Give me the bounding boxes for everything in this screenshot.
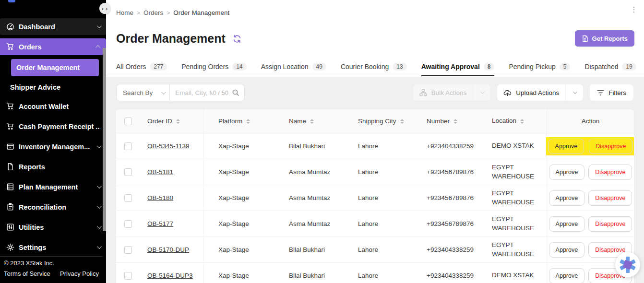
row-checkbox[interactable] [124,142,132,150]
sidebar-item-reports[interactable]: Reports [0,158,106,175]
approve-button[interactable]: Approve [549,242,585,258]
row-checkbox[interactable] [124,168,132,176]
number-cell: +923404338259 [414,263,483,283]
row-checkbox[interactable] [124,246,132,254]
row-checkbox[interactable] [124,272,132,280]
approve-button[interactable]: Approve [549,165,585,180]
bulk-actions-button[interactable]: Bulk Actions [413,84,491,101]
approve-button[interactable]: Approve [549,268,585,283]
extension-widget[interactable] [615,252,640,277]
page-title: Order Management [116,32,226,46]
sidebar-item-plan-management[interactable]: Plan Management [0,178,106,195]
order-id-link[interactable]: OB-5180 [147,194,173,201]
order-id-link[interactable]: OB-5345-1139 [147,142,190,150]
order-id-link[interactable]: OB-5177 [147,220,173,227]
name-cell: Asma Mumtaz [274,159,345,185]
location-cell: DEMO XSTAK [483,263,547,283]
search-control: Search By 0 / 50 [116,84,245,101]
upload-actions-label: Upload Actions [516,89,559,96]
sidebar-collapse-toggle[interactable]: ‹ › [99,3,110,14]
order-id-link[interactable]: OB-5170-DUP [147,246,189,253]
get-reports-button[interactable]: Get Reports [575,30,634,47]
order-id-link[interactable]: OB-5164-DUP3 [147,272,193,279]
sidebar-footer: © 2023 XStak Inc. Terms of Service Priva… [0,256,103,283]
sort-icon[interactable] [310,119,314,124]
sort-icon[interactable] [453,119,457,124]
sidebar-item-order-management[interactable]: Order Management [11,59,99,76]
tab-label: Assign Location [261,63,309,71]
report-icon [582,35,588,42]
terms-of-service-link[interactable]: Terms of Service [4,270,50,277]
chevron-down-icon [97,244,102,249]
disapprove-button[interactable]: Disapprove [588,216,632,232]
shipping-city-cell: Lahore [345,263,414,283]
sort-icon[interactable] [246,119,250,124]
approve-button[interactable]: Approve [549,139,584,154]
sidebar-item-label: Reconciliation [19,203,97,211]
column-header-name[interactable]: Name [274,109,345,133]
sidebar-item-orders[interactable]: Orders [0,38,106,55]
approve-button[interactable]: Approve [549,216,585,232]
tab-assign-location[interactable]: Assign Location49 [261,58,326,76]
sidebar-item-cash-payment-receipt[interactable]: Cash Payment Receipt ... [0,118,106,135]
column-label: Order ID [147,118,172,125]
tab-pending-pickup[interactable]: Pending Pickup5 [509,58,570,76]
privacy-policy-link[interactable]: Privacy Policy [60,270,99,277]
sidebar-item-inventory-managem[interactable]: Inventory Managem... [0,138,106,155]
order-id-link[interactable]: OB-5181 [147,168,173,176]
column-header-platform[interactable]: Platform [204,109,274,133]
tab-courier-booking[interactable]: Courier Booking13 [341,58,407,76]
select-all-checkbox[interactable] [124,118,132,125]
platform-cell: Xap-Stage [204,211,274,236]
sidebar-item-utilities[interactable]: Utilities [0,219,106,236]
upload-actions-button[interactable]: Upload Actions [497,84,584,101]
cart-icon [6,43,14,51]
tabs-overflow-icon[interactable]: ⋮ [630,4,638,15]
bulk-actions-dropdown[interactable] [473,84,490,101]
sidebar-item-reconciliation[interactable]: Reconciliation [0,199,106,215]
upload-actions-dropdown[interactable] [566,84,583,101]
action-cell: ApproveDisapprove [547,159,634,185]
number-cell: +923456789876 [414,185,483,211]
tab-dispatched[interactable]: Dispatched19 [584,58,636,76]
tab-count-badge: 14 [232,63,246,71]
row-checkbox[interactable] [124,220,132,228]
search-by-dropdown[interactable]: Search By [117,89,169,96]
number-cell: +923404338259 [414,133,483,159]
column-header-order-id[interactable]: Order ID [139,109,204,133]
column-header-location[interactable]: Location [483,109,547,133]
sidebar-item-dashboard[interactable]: Dashboard [0,18,106,35]
sort-icon[interactable] [400,119,404,124]
search-input[interactable] [170,89,213,96]
row-checkbox[interactable] [124,194,132,202]
tab-count-badge: 13 [393,63,406,71]
sidebar-item-label: Shipper Advice [10,83,60,91]
filters-button[interactable]: Filters [589,84,634,101]
refresh-icon[interactable] [232,34,242,44]
search-icon[interactable] [232,89,239,96]
disapprove-button[interactable]: Disapprove [588,165,632,180]
tab-all-orders[interactable]: All Orders277 [116,58,167,76]
location-cell: EGYPT WAREHOUSE [483,211,547,236]
sidebar-scrollbar[interactable] [103,48,106,231]
column-label: Platform [218,118,242,125]
name-cell: Asma Mumtaz [274,211,345,236]
sidebar-item-account-wallet[interactable]: Account Wallet [0,98,106,115]
tab-awaiting-approval[interactable]: Awaiting Approval8 [421,58,495,76]
approve-button[interactable]: Approve [549,190,585,206]
sort-icon[interactable] [520,119,524,124]
location-cell: EGYPT WAREHOUSE [483,185,547,211]
sidebar-item-settings[interactable]: Settings [0,239,106,256]
tab-bar: All Orders277Pending Orders14Assign Loca… [106,58,644,76]
column-header-number[interactable]: Number [414,109,483,133]
breadcrumb-orders[interactable]: Orders [143,9,163,16]
breadcrumb-home[interactable]: Home [116,9,133,16]
tab-pending-orders[interactable]: Pending Orders14 [181,58,246,76]
sidebar-item-shipper-advice[interactable]: Shipper Advice [5,80,106,94]
column-header-shipping-city[interactable]: Shipping City [345,109,414,133]
disapprove-button[interactable]: Disapprove [588,190,632,206]
table-header: Order IDPlatformNameShipping CityNumberL… [116,109,634,133]
sort-icon[interactable] [176,119,180,124]
shipping-city-cell: Lahore [345,237,414,262]
disapprove-button[interactable]: Disapprove [589,139,632,154]
